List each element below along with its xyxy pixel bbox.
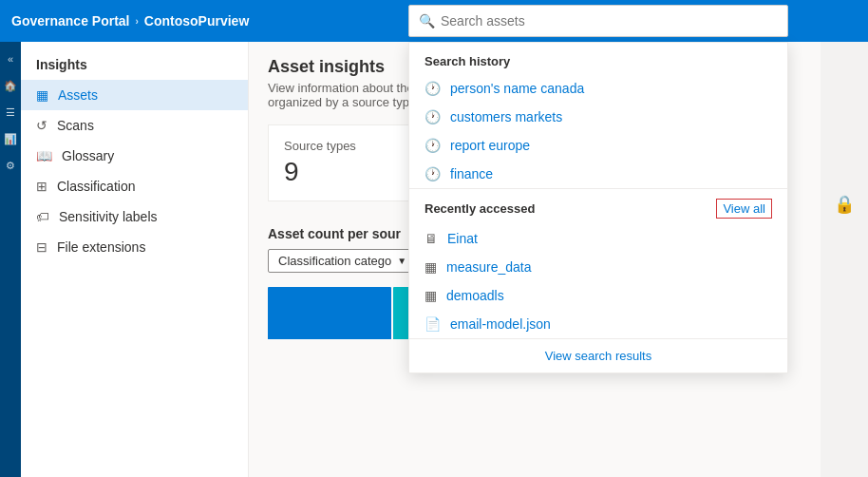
scans-icon: ↺ [36, 118, 47, 133]
search-icon: 🔍 [419, 13, 435, 29]
sidebar-item-classification[interactable]: ⊞ Classification [21, 171, 248, 201]
history-item-0[interactable]: 🕐 person's name canada [409, 74, 787, 103]
sidebar-item-classification-label: Classification [57, 179, 135, 194]
sidebar-item-file-extensions-label: File extensions [57, 239, 145, 255]
recent-label-1: measure_data [446, 259, 532, 275]
catalog-icon[interactable]: ☰ [1, 103, 20, 122]
sidebar-item-assets[interactable]: ▦ Assets [21, 80, 248, 110]
history-label-3: finance [450, 166, 493, 181]
sidebar-item-glossary[interactable]: 📖 Glossary [21, 141, 248, 171]
sidebar-item-assets-label: Assets [58, 87, 98, 103]
file-extensions-icon: ⊟ [36, 239, 47, 255]
search-box[interactable]: 🔍 [408, 5, 788, 37]
right-panel: 🔒 [821, 42, 868, 477]
lock-icon: 🔒 [834, 194, 855, 215]
recent-label-0: Einat [447, 231, 478, 246]
filter-label: Classification catego [278, 254, 391, 268]
view-all-button[interactable]: View all [716, 199, 772, 219]
collapse-icon[interactable]: « [1, 49, 20, 68]
recent-item-2[interactable]: ▦ demoadls [409, 281, 787, 310]
history-icon-0: 🕐 [425, 81, 441, 96]
brand-label: Governance Portal [11, 13, 130, 29]
assets-icon: ▦ [36, 87, 48, 103]
history-icon-3: 🕐 [425, 166, 441, 181]
history-icon-1: 🕐 [425, 109, 441, 124]
history-label-1: customers markets [450, 109, 562, 124]
glossary-icon: 📖 [36, 148, 52, 163]
sidebar: Insights ▦ Assets ↺ Scans 📖 Glossary ⊞ C… [21, 42, 249, 477]
recently-accessed-title: Recently accessed [425, 201, 535, 216]
sidebar-item-scans[interactable]: ↺ Scans [21, 110, 248, 141]
subbrand-label: ContosoPurview [144, 13, 249, 29]
sidebar-heading: Insights [21, 53, 248, 80]
classification-icon: ⊞ [36, 179, 47, 194]
recent-icon-2: ▦ [425, 288, 437, 303]
search-input[interactable] [441, 13, 778, 29]
icon-rail: « 🏠 ☰ 📊 ⚙ [0, 42, 21, 477]
sidebar-item-scans-label: Scans [57, 118, 94, 133]
recent-item-3[interactable]: 📄 email-model.json [409, 310, 787, 338]
sidebar-item-sensitivity-labels[interactable]: 🏷 Sensitivity labels [21, 201, 248, 232]
sensitivity-icon: 🏷 [36, 209, 49, 224]
recent-item-0[interactable]: 🖥 Einat [409, 224, 787, 253]
history-item-1[interactable]: 🕐 customers markets [409, 103, 787, 131]
search-history-title: Search history [409, 43, 787, 74]
sidebar-item-file-extensions[interactable]: ⊟ File extensions [21, 232, 248, 262]
history-label-2: report europe [450, 138, 530, 153]
filter-button[interactable]: Classification catego ▼ [268, 249, 417, 273]
history-item-2[interactable]: 🕐 report europe [409, 131, 787, 160]
insights-icon[interactable]: 📊 [1, 129, 20, 148]
source-types-value: 9 [284, 157, 404, 187]
source-types-label: Source types [284, 139, 404, 153]
history-icon-2: 🕐 [425, 138, 441, 153]
history-item-3[interactable]: 🕐 finance [409, 160, 787, 188]
recently-accessed-header: Recently accessed View all [409, 188, 787, 224]
chart-bar-blue [268, 287, 391, 339]
source-types-card: Source types 9 [268, 124, 420, 201]
breadcrumb-separator: › [136, 16, 139, 27]
chevron-down-icon: ▼ [397, 256, 406, 266]
recent-icon-0: 🖥 [425, 231, 438, 246]
sidebar-item-glossary-label: Glossary [62, 148, 114, 163]
recent-icon-3: 📄 [425, 316, 441, 332]
topbar: Governance Portal › ContosoPurview 🔍 [0, 0, 868, 42]
sidebar-item-sensitivity-label: Sensitivity labels [59, 209, 158, 224]
view-search-results-button[interactable]: View search results [409, 338, 787, 372]
home-icon[interactable]: 🏠 [1, 76, 20, 95]
recent-item-1[interactable]: ▦ measure_data [409, 253, 787, 281]
breadcrumb: Governance Portal › ContosoPurview [11, 13, 249, 29]
recent-icon-1: ▦ [425, 259, 437, 275]
search-dropdown: Search history 🕐 person's name canada 🕐 … [408, 42, 788, 373]
history-label-0: person's name canada [450, 81, 584, 96]
recent-label-2: demoadls [446, 288, 504, 303]
manage-icon[interactable]: ⚙ [1, 156, 20, 175]
recent-label-3: email-model.json [450, 316, 551, 332]
